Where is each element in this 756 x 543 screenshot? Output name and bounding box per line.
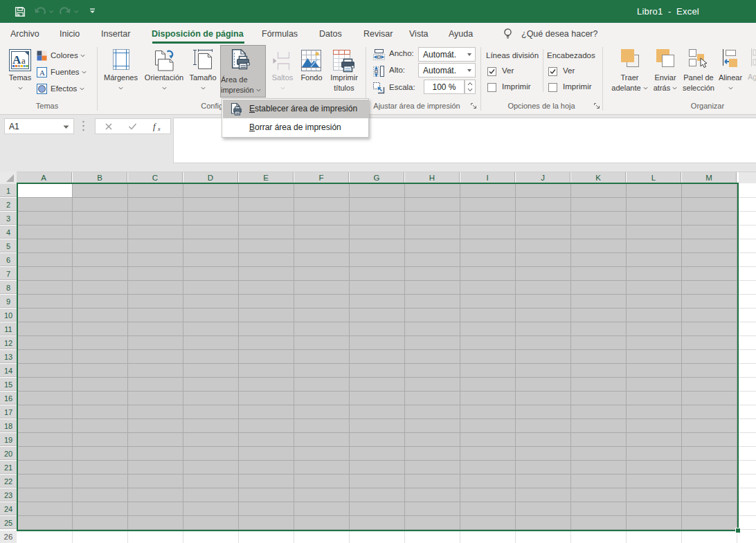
svg-text:x: x: [157, 126, 161, 131]
svg-text:f: f: [153, 122, 157, 131]
svg-text:A: A: [12, 53, 21, 66]
svg-text:A: A: [39, 68, 45, 77]
svg-text:a: a: [21, 55, 26, 66]
